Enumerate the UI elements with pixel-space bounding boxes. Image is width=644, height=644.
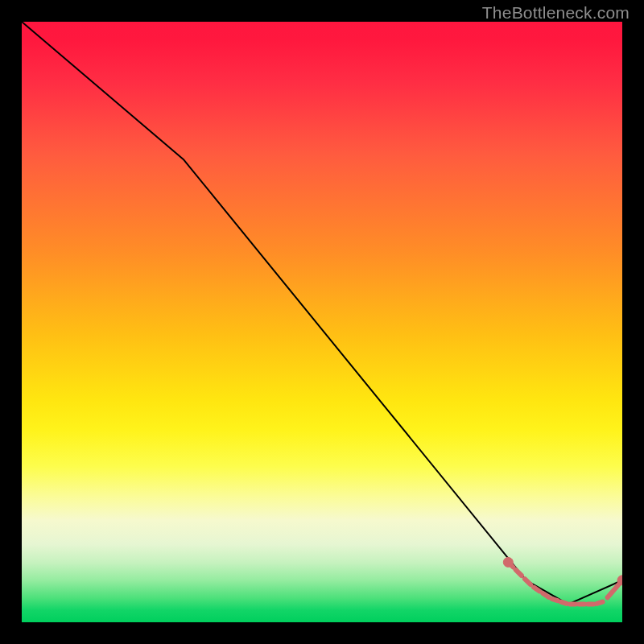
highlight-dash [534, 588, 539, 592]
highlight-dash [597, 602, 602, 604]
chart-stage: TheBottleneck.com [0, 0, 644, 644]
main-curve [22, 22, 622, 605]
chart-svg [22, 22, 622, 622]
highlight-endpoint [503, 557, 513, 567]
highlight-dash [525, 579, 530, 584]
highlight-dash [543, 593, 548, 597]
highlight-dash [552, 599, 558, 601]
highlight-dash [516, 570, 522, 576]
highlight-dash [561, 602, 567, 604]
watermark-label: TheBottleneck.com [482, 3, 630, 23]
chart-plot-area [22, 22, 622, 622]
